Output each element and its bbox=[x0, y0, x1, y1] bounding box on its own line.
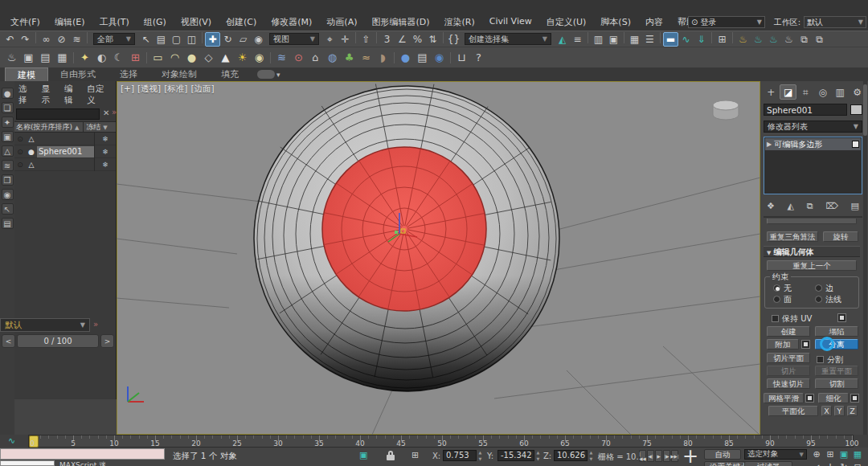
ribbon-tab[interactable]: 建模 bbox=[5, 67, 48, 81]
toolbar-icon[interactable]: ⊞ bbox=[714, 32, 730, 47]
toolbar-icon[interactable] bbox=[35, 32, 36, 43]
msmooth-button[interactable]: 网格平滑 bbox=[764, 393, 804, 403]
toolbar-icon[interactable] bbox=[146, 52, 147, 63]
toolbar-icon[interactable] bbox=[376, 32, 377, 43]
viewport-shading-label[interactable]: [边面] bbox=[190, 84, 214, 95]
selection-filter-dropdown[interactable]: 全部 ▼ bbox=[93, 33, 135, 45]
slice-button[interactable]: 切片 bbox=[767, 366, 810, 376]
tessellate-button[interactable]: 细化 bbox=[818, 393, 849, 403]
toolbar-icon[interactable]: ◠ bbox=[166, 49, 183, 67]
absolute-mode-icon[interactable]: ⊞ bbox=[411, 450, 419, 460]
set-keys-button[interactable]: + bbox=[680, 448, 701, 466]
explorer-tab[interactable]: 显示 bbox=[39, 84, 59, 106]
toolbar-icon[interactable]: 3 bbox=[379, 32, 395, 47]
toolbar-icon[interactable]: ◍ bbox=[324, 49, 341, 67]
menu-item[interactable]: 组(G) bbox=[137, 15, 174, 29]
ribbon-layout-icon[interactable] bbox=[257, 70, 275, 79]
menu-item[interactable]: 动画(A) bbox=[319, 15, 364, 29]
toolbar-icon[interactable]: ◉ bbox=[251, 32, 266, 47]
selection-set-dropdown[interactable]: 创建选择集 ▼ bbox=[465, 33, 551, 45]
ribbon-tab[interactable]: 对象绘制 bbox=[149, 67, 209, 81]
toolbar-icon[interactable]: % bbox=[410, 32, 425, 47]
freeze-icon[interactable]: ❄ bbox=[94, 145, 116, 158]
explorer-row[interactable]: ⊙ ❄ bbox=[14, 158, 116, 171]
toolbar-icon[interactable]: ✚ bbox=[205, 32, 220, 47]
toolbar-icon[interactable]: ♨ bbox=[781, 32, 796, 47]
viewport-nav-icon[interactable]: ⊕ bbox=[810, 448, 823, 460]
msmooth-settings-button[interactable] bbox=[805, 394, 814, 403]
viewport-nav-icon[interactable]: ▣ bbox=[837, 448, 850, 460]
command-panel-tab[interactable]: ◪ bbox=[780, 84, 796, 100]
stack-item-editable-poly[interactable]: ▶ 可编辑多边形 bbox=[765, 138, 861, 150]
toolbar-icon[interactable]: ◗ bbox=[375, 49, 391, 67]
viewport-pov-label[interactable]: [透视] bbox=[137, 84, 161, 95]
toolbar-icon[interactable]: ⊙ bbox=[290, 49, 307, 67]
toolbar-icon[interactable]: ● bbox=[397, 49, 414, 67]
viewport-nav-icon[interactable]: ↻ bbox=[837, 461, 850, 466]
toolbar-icon[interactable]: ≈ bbox=[358, 49, 375, 67]
toolbar-icon[interactable]: ♨ bbox=[735, 32, 751, 47]
toolbar-icon[interactable]: ▦ bbox=[54, 49, 71, 67]
toolbar-icon[interactable] bbox=[73, 52, 74, 63]
maxscript-input-line[interactable] bbox=[0, 460, 55, 466]
planar-z-button[interactable]: Z bbox=[847, 406, 858, 416]
toolbar-icon[interactable]: ⊘ bbox=[54, 32, 69, 47]
toolbar-icon[interactable]: ◫ bbox=[184, 32, 199, 47]
toolbar-icon[interactable]: ♨ bbox=[3, 49, 20, 67]
display-filter-icon[interactable]: ❏ bbox=[2, 102, 14, 113]
toolbar-icon[interactable]: ◐ bbox=[93, 49, 110, 67]
toolbar-icon[interactable]: ♨ bbox=[751, 32, 766, 47]
stack-tool-icon[interactable]: ⌦ bbox=[825, 201, 838, 211]
object-name[interactable] bbox=[37, 159, 94, 170]
menu-item[interactable]: 修改器(M) bbox=[264, 15, 319, 29]
toolbar-icon[interactable]: ◉ bbox=[431, 49, 448, 67]
split-checkbox[interactable]: 分割 bbox=[817, 354, 843, 366]
toolbar-icon[interactable]: {} bbox=[446, 32, 461, 47]
planar-y-button[interactable]: Y bbox=[834, 406, 845, 416]
edit-geometry-rollout-header[interactable]: ▼编辑几何体 bbox=[764, 246, 860, 257]
toolbar-icon[interactable]: ◇ bbox=[200, 49, 217, 67]
toolbar-icon[interactable]: ▤ bbox=[154, 32, 169, 47]
maxscript-mini-listener[interactable] bbox=[0, 448, 165, 460]
explorer-tab[interactable]: 选择 bbox=[16, 84, 37, 106]
menu-item[interactable]: 视图(V) bbox=[174, 15, 219, 29]
stack-tool-icon[interactable]: ◭ bbox=[788, 201, 794, 211]
freeze-icon[interactable]: ❄ bbox=[94, 133, 116, 145]
toolbar-icon[interactable]: ↷ bbox=[18, 32, 33, 47]
viewport-nav-icon[interactable]: ⊞ bbox=[824, 448, 837, 460]
toolbar-icon[interactable]: ▢ bbox=[169, 32, 184, 47]
toolbar-icon[interactable] bbox=[202, 32, 203, 43]
viewport-nav-icon[interactable]: ⊡ bbox=[851, 461, 864, 466]
toolbar-icon[interactable] bbox=[394, 52, 395, 63]
toolbar-icon[interactable]: ▱ bbox=[235, 32, 251, 47]
toolbar-icon[interactable]: ≡ bbox=[570, 32, 585, 47]
transport-button[interactable]: ▶▶| bbox=[671, 450, 678, 462]
transport-button[interactable]: |▶ bbox=[663, 450, 670, 462]
transport-button[interactable]: ▶ bbox=[655, 450, 662, 462]
toolbar-icon[interactable]: ▬ bbox=[663, 32, 678, 47]
x-coordinate-field[interactable]: 0.753 bbox=[443, 450, 477, 461]
explorer-row[interactable]: ⊙ Sphere001 ❄ bbox=[14, 145, 116, 158]
make-planar-button[interactable]: 平面化 bbox=[768, 406, 818, 416]
explorer-row[interactable]: ⊙ ❄ bbox=[14, 133, 116, 145]
search-input[interactable] bbox=[16, 108, 100, 120]
toolbar-icon[interactable]: ◉ bbox=[251, 49, 268, 67]
toolbar-icon[interactable]: ✛ bbox=[338, 32, 353, 47]
display-filter-icon[interactable]: ✦ bbox=[2, 117, 14, 128]
toolbar-icon[interactable]: ▥ bbox=[591, 32, 606, 47]
toolbar-icon[interactable] bbox=[450, 52, 451, 63]
display-filter-icon[interactable]: △ bbox=[2, 145, 14, 157]
visibility-eye-icon[interactable]: ⊙ bbox=[14, 135, 26, 143]
planar-x-button[interactable]: X bbox=[821, 406, 832, 416]
tessellate-settings-button[interactable] bbox=[850, 394, 859, 403]
toolbar-icon[interactable]: ⊞ bbox=[127, 49, 144, 67]
object-name[interactable] bbox=[37, 133, 94, 145]
transport-button[interactable]: |◀◀ bbox=[639, 450, 646, 462]
toolbar-icon[interactable]: ▤ bbox=[414, 49, 431, 67]
toolbar-icon[interactable] bbox=[588, 32, 588, 43]
sphere-object[interactable] bbox=[254, 84, 559, 391]
toolbar-icon[interactable] bbox=[270, 52, 271, 63]
ribbon-tab[interactable]: 自由形式 bbox=[48, 67, 108, 81]
z-spinner[interactable]: ▲▼ bbox=[588, 450, 594, 461]
clipped-button[interactable] bbox=[767, 219, 857, 224]
